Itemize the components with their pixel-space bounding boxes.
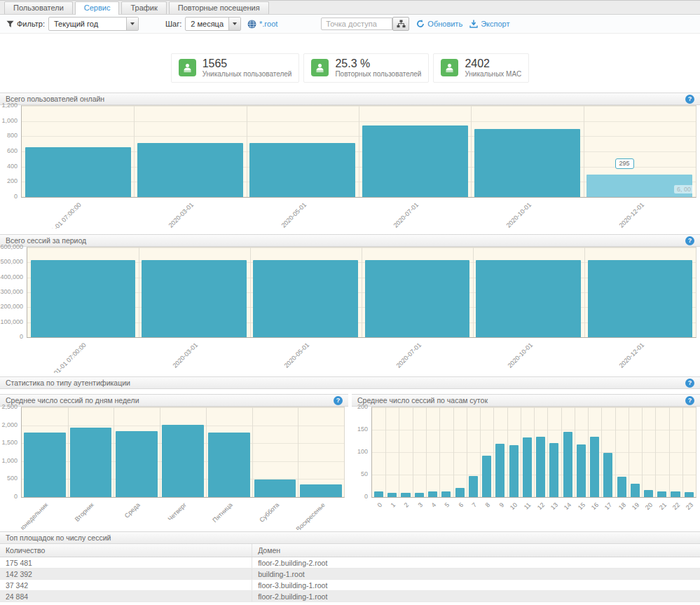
tab-users[interactable]: Пользователи <box>4 1 73 14</box>
y-tick-label: 0 <box>20 333 23 340</box>
count-cell: 37 342 <box>0 580 252 591</box>
bar-2020-05-01[interactable] <box>249 143 355 197</box>
bar-2020-01-01 07:00:00[interactable] <box>31 260 136 338</box>
bar-2020-10-01[interactable] <box>476 260 581 338</box>
bar-0[interactable] <box>374 491 383 497</box>
column-header-count[interactable]: Количество <box>0 544 252 557</box>
bar-18[interactable] <box>617 477 626 497</box>
bar-Суббота[interactable] <box>254 480 296 497</box>
bar-2020-07-01[interactable] <box>365 260 470 338</box>
y-tick-label: 400 <box>7 163 18 170</box>
bar-Вторник[interactable] <box>70 428 112 497</box>
bar-Среда[interactable] <box>116 431 158 497</box>
user-icon <box>311 59 329 76</box>
bar-4[interactable] <box>428 491 437 497</box>
grid-line <box>601 407 602 497</box>
help-icon[interactable] <box>334 396 343 405</box>
bar-14[interactable] <box>563 432 572 497</box>
bar-1[interactable] <box>387 493 397 497</box>
bar-Воскресенье[interactable] <box>300 484 342 497</box>
panel-weekday-sessions: Среднее число сессий по дням недели 5001… <box>0 394 348 530</box>
panel-header: Всего пользователей онлайн <box>0 93 700 105</box>
auth-section-header[interactable]: Статистика по типу аутентификации <box>0 376 700 389</box>
bar-3[interactable] <box>415 493 424 497</box>
help-icon[interactable] <box>685 379 694 388</box>
bar-Понедельник[interactable] <box>24 433 66 497</box>
bar-7[interactable] <box>469 476 478 497</box>
bar-Четверг[interactable] <box>162 425 204 497</box>
bar-6[interactable] <box>455 488 465 497</box>
grid-line <box>399 407 399 497</box>
filter-select[interactable]: Текущий год <box>48 17 139 31</box>
bar-22[interactable] <box>671 491 680 497</box>
export-link[interactable]: Экспорт <box>469 20 509 28</box>
globe-icon <box>247 20 256 29</box>
table-row[interactable]: 24 884 floor-2.building-1.root <box>0 591 700 602</box>
bar-12[interactable] <box>536 437 545 497</box>
y-tick-label: 0 <box>14 493 18 500</box>
bar-5[interactable] <box>441 491 451 497</box>
help-icon[interactable] <box>685 95 694 104</box>
bar-11[interactable] <box>523 437 532 497</box>
sitemap-button[interactable] <box>392 17 409 31</box>
y-tick-label: 300,000 <box>0 288 23 295</box>
bar-13[interactable] <box>549 443 558 497</box>
table-row[interactable]: 37 342 floor-3.building-1.root <box>0 580 700 591</box>
crosshair-value: 6, 00 <box>674 185 694 193</box>
bar-Пятница[interactable] <box>208 433 250 497</box>
bar-2020-03-01[interactable] <box>142 260 247 338</box>
toolbar: Фильтр: Текущий год Шаг: 2 месяца *.root <box>0 15 700 34</box>
stat-label: Повторных пользователей <box>335 70 421 78</box>
filter-label: Фильтр: <box>17 20 45 28</box>
step-select[interactable]: 2 месяца <box>185 17 241 31</box>
bar-15[interactable] <box>577 444 586 497</box>
bar-10[interactable] <box>509 445 519 497</box>
stat-value: 25.3 % <box>335 57 421 70</box>
refresh-label: Обновить <box>427 20 462 28</box>
bar-2[interactable] <box>401 493 410 497</box>
grid-line <box>655 407 656 497</box>
y-tick-label: 600,000 <box>0 243 23 250</box>
tab-service[interactable]: Сервис <box>75 1 120 15</box>
help-icon[interactable] <box>685 236 694 245</box>
filter-select-value: Текущий год <box>49 18 126 30</box>
panel-title: Статистика по типу аутентификации <box>6 379 130 387</box>
y-tick-label: 200,000 <box>0 303 23 310</box>
grid-line <box>160 407 160 497</box>
sitemap-icon <box>397 20 406 28</box>
root-domain-link[interactable]: *.root <box>259 20 277 28</box>
panel-title: Среднее число сессий по дням недели <box>6 396 139 405</box>
bar-21[interactable] <box>657 491 666 497</box>
bar-2020-05-01[interactable] <box>253 260 358 338</box>
bar-2020-10-01[interactable] <box>474 129 580 198</box>
stat-label: Уникальных MAC <box>465 70 521 78</box>
bar-2020-01-01 07:00:00[interactable] <box>25 147 131 197</box>
table-row[interactable]: 142 392 building-1.root <box>0 569 700 580</box>
column-header-domain[interactable]: Домен <box>252 544 700 557</box>
stat-value: 1565 <box>203 57 292 70</box>
bar-23[interactable] <box>685 492 694 497</box>
panel-sessions: Всего сессий за период 100,000200,000300… <box>0 234 700 373</box>
bar-20[interactable] <box>644 490 653 497</box>
bar-2020-12-01[interactable] <box>588 260 693 338</box>
y-tick-label: 2,500 <box>1 403 18 410</box>
grid-line <box>359 106 359 197</box>
access-point-input[interactable] <box>321 18 392 30</box>
grid-line <box>413 407 413 497</box>
grid-line <box>439 407 440 497</box>
y-tick-label: 600 <box>7 147 18 154</box>
bar-2020-07-01[interactable] <box>362 125 468 197</box>
bar-8[interactable] <box>482 456 491 497</box>
bar-17[interactable] <box>603 453 612 497</box>
refresh-link[interactable]: Обновить <box>416 20 462 28</box>
tab-traffic[interactable]: Трафик <box>121 1 166 14</box>
domain-cell: floor-2.building-2.root <box>252 557 700 569</box>
y-tick-label: 0 <box>364 493 368 500</box>
bar-2020-03-01[interactable] <box>137 143 243 197</box>
bar-9[interactable] <box>495 444 505 497</box>
table-row[interactable]: 175 481 floor-2.building-2.root <box>0 557 700 569</box>
bar-16[interactable] <box>590 437 599 497</box>
bar-19[interactable] <box>631 484 640 497</box>
help-icon[interactable] <box>685 396 694 405</box>
tab-repeat-visits[interactable]: Повторные посещения <box>169 1 269 14</box>
